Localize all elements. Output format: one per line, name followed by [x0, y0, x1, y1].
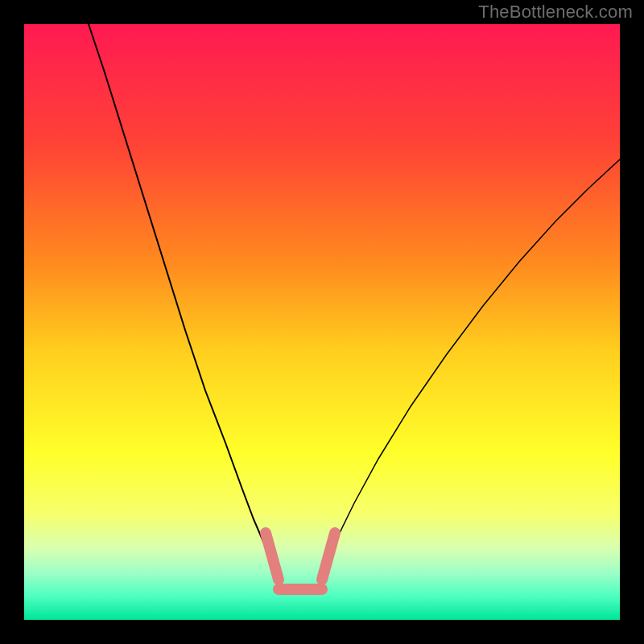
gradient-background: [24, 24, 620, 620]
chart-svg: [24, 24, 620, 620]
plot-area: [24, 24, 620, 620]
watermark-text: TheBottleneck.com: [478, 2, 633, 23]
chart-frame: TheBottleneck.com: [0, 0, 644, 644]
